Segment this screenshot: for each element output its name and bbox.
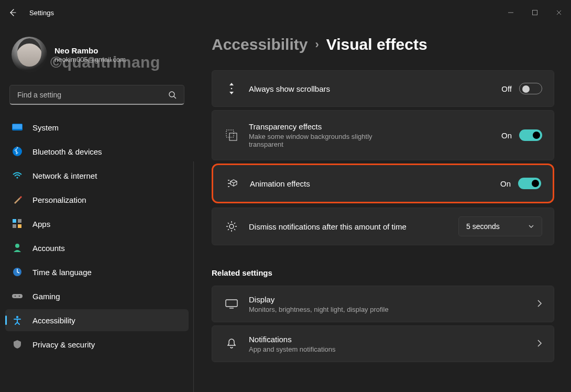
setting-title: Notifications [249, 335, 533, 344]
person-icon [12, 243, 23, 253]
nav-privacy[interactable]: Privacy & security [5, 333, 189, 355]
maximize-icon [532, 9, 538, 16]
minimize-button[interactable] [499, 4, 523, 21]
brightness-icon [223, 220, 240, 233]
nav-bluetooth[interactable]: Bluetooth & devices [5, 140, 189, 162]
svg-rect-12 [12, 294, 23, 298]
search-icon [168, 91, 177, 99]
back-button[interactable] [0, 0, 25, 25]
nav-label: Bluetooth & devices [32, 147, 102, 156]
svg-point-1 [169, 92, 174, 97]
setting-animation[interactable]: Animation effects On [212, 164, 554, 203]
wifi-icon [12, 172, 23, 179]
toggle-state: On [501, 131, 512, 140]
nav-list: System Bluetooth & devices Network & int… [0, 116, 194, 355]
setting-title: Dismiss notifications after this amount … [249, 222, 458, 231]
nav-label: Accessibility [32, 316, 75, 325]
svg-rect-9 [18, 224, 21, 228]
svg-rect-7 [18, 219, 21, 223]
svg-point-16 [231, 88, 233, 90]
scrollbar-icon [223, 82, 240, 95]
close-button[interactable] [547, 4, 571, 21]
dismiss-time-select[interactable]: 5 seconds [458, 216, 542, 236]
svg-rect-3 [13, 124, 22, 129]
nav-personalization[interactable]: Personalization [5, 189, 189, 211]
setting-title: Transparency effects [249, 122, 501, 131]
titlebar: Settings [0, 0, 571, 25]
nav-label: Personalization [32, 195, 86, 204]
nav-gaming[interactable]: Gaming [5, 285, 189, 307]
shield-icon [12, 340, 23, 349]
nav-label: System [32, 123, 59, 132]
monitor-icon [12, 124, 23, 131]
transparency-icon [223, 129, 240, 141]
nav-label: Gaming [32, 292, 60, 301]
chevron-right-icon [537, 299, 542, 309]
search-box[interactable] [9, 85, 184, 105]
related-notifications[interactable]: Notifications App and system notificatio… [212, 325, 554, 362]
svg-rect-8 [13, 224, 16, 228]
apps-icon [12, 219, 23, 228]
minimize-icon [508, 9, 514, 16]
nav-label: Accounts [32, 244, 65, 253]
nav-label: Privacy & security [32, 340, 95, 349]
related-display[interactable]: Display Monitors, brightness, night ligh… [212, 286, 554, 322]
nav-apps[interactable]: Apps [5, 213, 189, 235]
arrow-left-icon [8, 8, 17, 17]
setting-subtitle: Monitors, brightness, night light, displ… [249, 306, 533, 313]
profile-name: Neo Rambo [54, 46, 126, 55]
animation-toggle[interactable] [518, 178, 541, 189]
breadcrumb: Accessibility › Visual effects [212, 36, 554, 53]
avatar [12, 37, 47, 72]
profile[interactable]: Neo Rambo neokim005@gmail.com [0, 31, 194, 85]
nav-accounts[interactable]: Accounts [5, 237, 189, 259]
svg-rect-20 [226, 300, 237, 307]
nav-time[interactable]: Time & language [5, 261, 189, 283]
chevron-right-icon [537, 339, 542, 349]
close-icon [556, 9, 562, 16]
paintbrush-icon [12, 195, 23, 204]
nav-system[interactable]: System [5, 116, 189, 138]
svg-point-14 [19, 296, 20, 297]
svg-point-10 [15, 244, 19, 248]
setting-dismiss-time[interactable]: Dismiss notifications after this amount … [212, 208, 554, 245]
chevron-down-icon [528, 223, 534, 230]
accessibility-icon [12, 315, 23, 325]
app-title: Settings [29, 9, 54, 17]
setting-title: Animation effects [250, 179, 500, 188]
sidebar: Neo Rambo neokim005@gmail.com System Blu… [0, 25, 194, 392]
svg-point-15 [16, 316, 18, 318]
setting-scrollbars[interactable]: Always show scrollbars Off [212, 70, 554, 107]
breadcrumb-current: Visual effects [326, 36, 427, 53]
scrollbars-toggle[interactable] [519, 83, 542, 94]
bluetooth-icon [12, 147, 23, 156]
window-controls [499, 4, 571, 21]
svg-rect-0 [533, 10, 537, 15]
nav-label: Apps [32, 220, 50, 228]
setting-title: Display [249, 295, 533, 304]
bell-icon [223, 338, 240, 350]
svg-point-5 [16, 177, 18, 178]
gamepad-icon [12, 292, 23, 300]
svg-rect-18 [229, 133, 237, 140]
nav-network[interactable]: Network & internet [5, 165, 189, 187]
display-icon [223, 299, 240, 309]
chevron-right-icon: › [315, 38, 319, 51]
svg-point-13 [15, 296, 16, 297]
transparency-toggle[interactable] [519, 129, 542, 141]
maximize-button[interactable] [523, 4, 547, 21]
svg-point-19 [229, 224, 234, 228]
nav-label: Network & internet [32, 171, 97, 180]
setting-transparency[interactable]: Transparency effects Make some window ba… [212, 110, 554, 160]
breadcrumb-parent[interactable]: Accessibility [212, 36, 308, 53]
toggle-state: On [500, 179, 511, 188]
animation-icon [224, 178, 241, 189]
nav-accessibility[interactable]: Accessibility [5, 309, 189, 331]
svg-rect-6 [13, 219, 16, 223]
profile-email: neokim005@gmail.com [54, 56, 126, 63]
related-heading: Related settings [212, 268, 554, 277]
search-input[interactable] [17, 91, 168, 99]
content-pane: Accessibility › Visual effects Always sh… [194, 25, 571, 392]
setting-subtitle: Make some window backgrounds slightly tr… [249, 133, 406, 148]
setting-title: Always show scrollbars [249, 84, 501, 93]
